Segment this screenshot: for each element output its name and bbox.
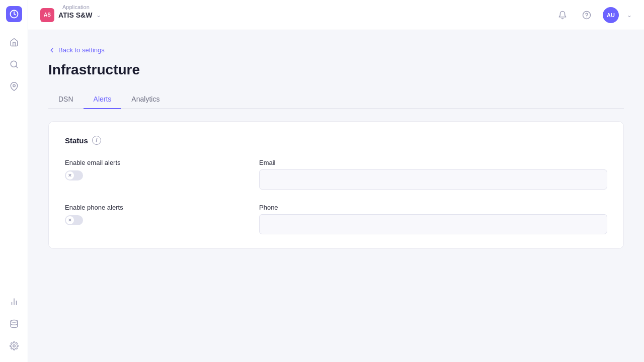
header-left: AS ATIS S&W ⌄ bbox=[40, 8, 548, 22]
phone-alerts-row: Enable phone alerts ✕ Phone bbox=[65, 204, 607, 234]
status-info-icon[interactable]: i bbox=[92, 136, 101, 145]
status-card: Status i Enable email alerts ✕ Email bbox=[48, 121, 624, 249]
notification-button[interactable] bbox=[554, 7, 571, 23]
tab-alerts[interactable]: Alerts bbox=[84, 90, 122, 109]
content-area: Back to settings Infrastructure DSN Aler… bbox=[28, 30, 644, 362]
email-field-section: Email bbox=[259, 159, 607, 190]
sidebar-item-analytics[interactable] bbox=[4, 292, 24, 312]
clock-icon bbox=[10, 10, 19, 19]
tab-analytics[interactable]: Analytics bbox=[121, 90, 170, 109]
sidebar bbox=[0, 0, 28, 362]
sidebar-item-search[interactable] bbox=[4, 54, 24, 74]
sidebar-item-home[interactable] bbox=[4, 32, 24, 52]
settings-icon bbox=[10, 341, 19, 350]
email-toggle-section: Enable email alerts ✕ bbox=[65, 159, 239, 180]
database-icon bbox=[10, 319, 19, 328]
back-arrow-icon bbox=[48, 47, 55, 54]
pin-icon bbox=[10, 82, 19, 91]
toggle-knob-email: ✕ bbox=[66, 171, 74, 179]
bell-icon bbox=[558, 11, 567, 20]
home-icon bbox=[10, 38, 19, 47]
enable-email-toggle[interactable]: ✕ bbox=[65, 170, 83, 180]
main-area: Application AS ATIS S&W ⌄ AU ⌄ bbox=[28, 0, 644, 362]
app-badge: AS bbox=[40, 8, 54, 22]
header: Application AS ATIS S&W ⌄ AU ⌄ bbox=[28, 0, 644, 30]
sidebar-item-database[interactable] bbox=[4, 314, 24, 334]
avatar[interactable]: AU bbox=[603, 7, 619, 23]
header-right: AU ⌄ bbox=[554, 7, 632, 23]
svg-point-8 bbox=[13, 345, 15, 347]
tabs-bar: DSN Alerts Analytics bbox=[48, 90, 624, 109]
status-section-header: Status i bbox=[65, 136, 607, 145]
enable-phone-toggle[interactable]: ✕ bbox=[65, 215, 83, 225]
email-alerts-row: Enable email alerts ✕ Email bbox=[65, 159, 607, 190]
question-circle-icon bbox=[582, 11, 591, 20]
app-name: ATIS S&W bbox=[58, 11, 92, 19]
avatar-chevron-icon[interactable]: ⌄ bbox=[627, 12, 632, 19]
sidebar-item-settings[interactable] bbox=[4, 336, 24, 356]
phone-field-section: Phone bbox=[259, 204, 607, 234]
svg-line-2 bbox=[16, 66, 17, 67]
email-input[interactable] bbox=[259, 169, 607, 190]
enable-email-label: Enable email alerts bbox=[65, 159, 239, 166]
svg-point-7 bbox=[11, 320, 18, 323]
svg-point-3 bbox=[13, 84, 15, 87]
enable-phone-label: Enable phone alerts bbox=[65, 204, 239, 211]
status-title-text: Status bbox=[65, 136, 88, 145]
analytics-icon bbox=[10, 297, 19, 306]
app-chevron-icon[interactable]: ⌄ bbox=[96, 12, 101, 19]
phone-toggle-section: Enable phone alerts ✕ bbox=[65, 204, 239, 225]
email-field-label: Email bbox=[259, 159, 607, 166]
phone-field-label: Phone bbox=[259, 204, 607, 211]
back-link-text: Back to settings bbox=[58, 46, 105, 54]
sidebar-logo[interactable] bbox=[6, 6, 22, 22]
phone-input[interactable] bbox=[259, 214, 607, 234]
search-icon bbox=[10, 60, 19, 69]
toggle-knob-phone: ✕ bbox=[66, 216, 74, 224]
tab-dsn[interactable]: DSN bbox=[48, 90, 84, 109]
page-title: Infrastructure bbox=[48, 62, 624, 78]
back-to-settings-link[interactable]: Back to settings bbox=[48, 46, 624, 54]
help-button[interactable] bbox=[579, 7, 595, 23]
sidebar-item-pin[interactable] bbox=[4, 76, 24, 97]
app-section-label: Application bbox=[62, 4, 90, 10]
